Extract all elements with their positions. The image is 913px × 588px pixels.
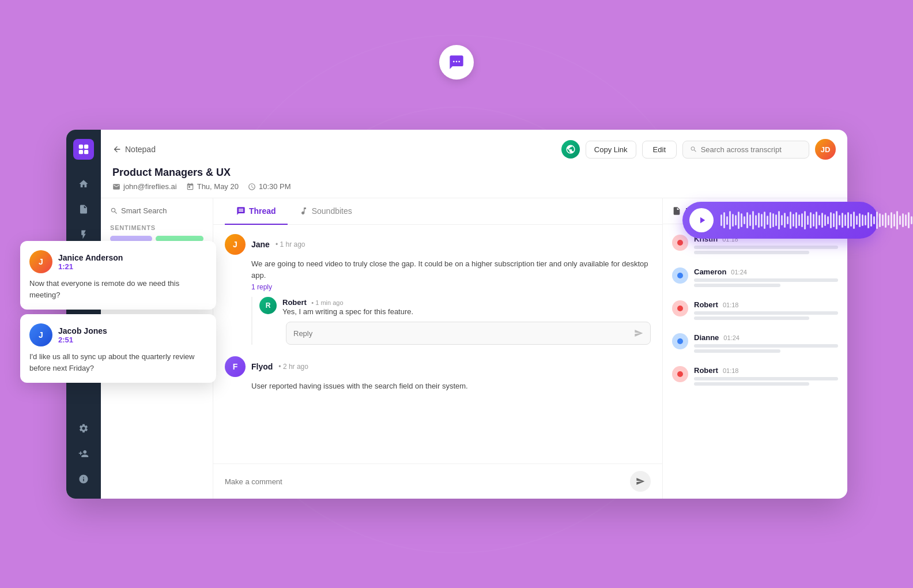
edit-button[interactable]: Edit [642, 141, 677, 159]
sidebar-logo [73, 139, 94, 160]
transcript-search-box[interactable] [682, 141, 809, 159]
avatar-jane: J [225, 234, 246, 255]
reply-name-robert: Robert [282, 298, 307, 307]
transcript-bar-5 [694, 311, 838, 315]
transcript-avatar-robert-2 [672, 366, 688, 382]
transcript-info-robert-2: Robert 01:18 [694, 366, 838, 387]
reply-text-robert: Yes, I am writing a spec for this featur… [282, 307, 413, 316]
svg-point-2 [458, 61, 460, 62]
message-name-jane: Jane [251, 240, 270, 249]
reply-block-robert: R Robert • 1 min ago Yes, I am writing a… [259, 297, 651, 316]
message-time-flyod: • 2 hr ago [278, 363, 308, 371]
copy-link-button[interactable]: Copy Link [586, 141, 636, 159]
comment-input-bar [213, 463, 662, 499]
reply-input[interactable] [286, 323, 627, 344]
tab-thread[interactable]: Thread [225, 198, 288, 225]
meta-time-text: 10:30 PM [259, 182, 291, 191]
meta-date-text: Thu, May 20 [197, 182, 239, 191]
message-name-flyod: Flyod [251, 362, 273, 371]
transcript-bar-8 [694, 349, 780, 353]
transcript-panel: Transcript Kristin 01:18 [663, 198, 847, 499]
card-text-1: Now that everyone is remote do we need t… [29, 278, 207, 300]
message-block-jane: J Jane • 1 hr ago We are going to need v… [225, 234, 651, 345]
transcript-bar-4 [694, 284, 780, 287]
sidebar-item-docs[interactable] [73, 199, 94, 220]
reply-time-robert: • 1 min ago [311, 299, 343, 306]
avatar-flyod: F [225, 356, 246, 377]
transcript-info-robert-1: Robert 01:18 [694, 300, 838, 322]
transcript-bar-7 [694, 344, 838, 348]
transcript-info-cameron: Cameron 01:24 [694, 267, 838, 289]
svg-point-0 [453, 61, 455, 62]
waveform [720, 210, 913, 231]
card-time-2: 2:51 [58, 336, 107, 344]
transcript-list: Kristin 01:18 [663, 224, 847, 499]
card-name-1: Janice Anderson [58, 253, 123, 262]
comment-send-button[interactable] [630, 471, 651, 492]
transcript-item-robert-1: Robert 01:18 [663, 295, 847, 327]
message-block-flyod: F Flyod • 2 hr ago User reported having … [225, 356, 651, 392]
transcript-bar-2 [694, 251, 809, 254]
comment-input[interactable] [225, 472, 630, 492]
tabs: Thread Soundbites [213, 198, 662, 225]
message-text-flyod: User reported having issues with the sea… [251, 380, 651, 392]
tab-thread-label: Thread [249, 206, 276, 216]
floating-card-2: J Jacob Jones 2:51 I'd like us all to sy… [20, 314, 216, 383]
transcript-avatar-cameron [672, 267, 688, 284]
globe-icon-btn[interactable] [561, 140, 580, 159]
svg-rect-3 [79, 145, 83, 149]
card-text-2: I'd like us all to sync up about the qua… [29, 351, 207, 374]
sidebar-item-settings[interactable] [73, 418, 94, 439]
reply-thread-jane: R Robert • 1 min ago Yes, I am writing a… [251, 297, 651, 345]
smart-search-label: Smart Search [110, 206, 203, 215]
reply-send-button[interactable] [627, 322, 650, 344]
transcript-bar-6 [694, 316, 809, 320]
app-logo-icon [439, 45, 474, 80]
card-avatar-janice: J [29, 250, 52, 273]
audio-player [682, 202, 878, 239]
transcript-item-cameron: Cameron 01:24 [663, 262, 847, 295]
transcript-info-dianne: Dianne 01:24 [694, 333, 838, 355]
meta-email: john@fireflies.ai [112, 182, 177, 191]
card-time-1: 1:21 [58, 262, 123, 271]
sentiments-label: SENTIMENTS [110, 224, 203, 231]
svg-rect-6 [84, 150, 88, 154]
sidebar-bottom [73, 418, 94, 489]
transcript-bar-1 [694, 246, 838, 249]
sidebar-item-info[interactable] [73, 469, 94, 489]
reply-input-area [286, 322, 651, 345]
transcript-search-input[interactable] [701, 145, 802, 154]
svg-point-1 [456, 61, 458, 62]
tab-soundbites[interactable]: Soundbites [288, 198, 364, 225]
transcript-avatar-kristin [672, 235, 688, 251]
transcript-item-robert-2: Robert 01:18 [663, 360, 847, 393]
play-button[interactable] [689, 208, 714, 232]
back-navigation[interactable]: Notepad [112, 145, 156, 154]
reply-count-jane[interactable]: 1 reply [251, 283, 651, 291]
transcript-avatar-robert-1 [672, 300, 688, 316]
message-text-jane: We are going to need video to truly clos… [251, 258, 651, 281]
header-actions: Copy Link Edit JD [561, 139, 836, 160]
floating-card-1: J Janice Anderson 1:21 Now that everyone… [20, 241, 216, 310]
back-label: Notepad [125, 145, 156, 154]
sidebar-item-add-user[interactable] [73, 443, 94, 464]
meta-email-text: john@fireflies.ai [123, 182, 177, 191]
sidebar-item-home[interactable] [73, 174, 94, 194]
header: Notepad Copy Link Edit JD [101, 130, 847, 198]
reply-avatar-robert: R [259, 297, 277, 314]
thread-messages: J Jane • 1 hr ago We are going to need v… [213, 225, 662, 463]
transcript-avatar-dianne [672, 333, 688, 349]
card-name-2: Jacob Jones [58, 326, 107, 336]
meta-time: 10:30 PM [248, 182, 291, 191]
meta-date: Thu, May 20 [186, 182, 239, 191]
tab-soundbites-label: Soundbites [312, 206, 352, 216]
transcript-bar-3 [694, 278, 838, 282]
message-time-jane: • 1 hr ago [276, 240, 305, 248]
meeting-meta: john@fireflies.ai Thu, May 20 10:30 PM [112, 182, 836, 191]
transcript-bar-9 [694, 377, 838, 380]
transcript-item-dianne: Dianne 01:24 [663, 327, 847, 360]
thread-panel: Thread Soundbites J [213, 198, 663, 499]
transcript-bar-10 [694, 382, 809, 386]
user-avatar-header: JD [815, 139, 836, 160]
main-content: Notepad Copy Link Edit JD [101, 130, 847, 499]
